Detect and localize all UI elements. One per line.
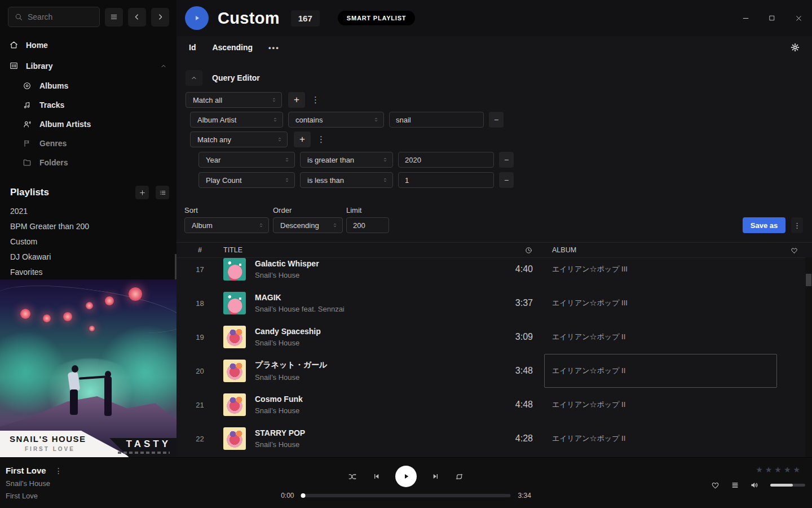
- window-maximize-button[interactable]: [767, 14, 776, 23]
- order-select[interactable]: Descending: [273, 217, 343, 233]
- limit-input[interactable]: [346, 217, 389, 233]
- table-row[interactable]: 22 STARRY POPSnail’s House 4:28 エイリアン☆ポッ…: [176, 422, 812, 456]
- column-header-index[interactable]: #: [176, 246, 223, 254]
- track-album[interactable]: エイリアン☆ポップ III: [552, 298, 776, 308]
- playlist-item[interactable]: BPM Greater than 200: [0, 219, 176, 234]
- playlist-item[interactable]: DJ Okawari: [0, 249, 176, 265]
- select-value: Match all: [193, 96, 222, 104]
- music-note-icon: [23, 100, 32, 110]
- query-editor-collapse-button[interactable]: [186, 70, 202, 86]
- save-options-icon[interactable]: ⋮: [791, 217, 803, 233]
- sidebar-item-tracks[interactable]: Tracks: [0, 95, 176, 115]
- scrollbar-thumb[interactable]: [806, 274, 811, 286]
- add-rule-button[interactable]: +: [288, 92, 305, 108]
- now-playing-album-art[interactable]: SNAIL'S HOUSE FIRST LOVE TASTY: [0, 279, 176, 457]
- playlist-item[interactable]: Custom: [0, 234, 176, 249]
- sidebar-item-label: Album Artists: [39, 120, 91, 129]
- table-row[interactable]: 17 Galactic WhisperSnail’s House 4:40 エイ…: [176, 258, 812, 286]
- rule-field-select[interactable]: Album Artist: [190, 112, 283, 128]
- collapse-chevron-icon[interactable]: [160, 62, 167, 70]
- playlist-item[interactable]: 2021: [0, 204, 176, 219]
- favorite-heart-icon[interactable]: [710, 480, 720, 490]
- track-album[interactable]: エイリアン☆ポップ III: [552, 264, 776, 274]
- nav-back-button[interactable]: [128, 8, 146, 27]
- track-artist[interactable]: Snail’s House: [255, 406, 492, 415]
- window-minimize-button[interactable]: [741, 14, 750, 23]
- track-album[interactable]: エイリアン☆ポップ II: [552, 332, 776, 342]
- track-artist[interactable]: Snail’s House: [255, 373, 492, 382]
- rule-group-menu-icon[interactable]: ⋮: [311, 95, 318, 105]
- remove-rule-button[interactable]: −: [499, 152, 514, 168]
- nav-forward-button[interactable]: [151, 8, 169, 27]
- track-album[interactable]: エイリアン☆ポップ II: [552, 366, 776, 376]
- app-window: Home Library Albums: [0, 0, 812, 508]
- sidebar-item-library[interactable]: Library: [0, 55, 176, 76]
- more-options-icon[interactable]: •••: [268, 43, 280, 52]
- now-playing-album[interactable]: First Love: [6, 492, 63, 500]
- seek-slider[interactable]: [302, 494, 511, 497]
- save-as-button[interactable]: Save as: [743, 217, 785, 233]
- scrollbar-track[interactable]: [805, 257, 812, 457]
- rule-field-select[interactable]: Year: [198, 152, 295, 168]
- search-box[interactable]: [8, 7, 100, 27]
- sort-select[interactable]: Album: [184, 217, 269, 233]
- add-group-rule-button[interactable]: +: [294, 132, 311, 147]
- queue-icon[interactable]: [731, 481, 739, 489]
- column-header-favorite[interactable]: [776, 246, 812, 255]
- track-artist[interactable]: Snail’s House: [255, 440, 492, 449]
- sidebar-item-albums[interactable]: Albums: [0, 76, 176, 95]
- rule-operator-select[interactable]: is greater than: [300, 152, 393, 168]
- rating-stars[interactable]: ★★★★★: [756, 465, 802, 474]
- gear-icon[interactable]: [790, 42, 800, 52]
- track-artist[interactable]: Snail’s House: [255, 339, 492, 347]
- sidebar-item-album-artists[interactable]: Album Artists: [0, 115, 176, 134]
- menu-button[interactable]: [105, 8, 123, 27]
- track-album[interactable]: エイリアン☆ポップ II: [552, 433, 776, 444]
- sort-field-button[interactable]: Id: [189, 43, 196, 52]
- column-header-title[interactable]: TITLE: [223, 246, 492, 254]
- sidebar-item-home[interactable]: Home: [0, 34, 176, 55]
- rule-value-input[interactable]: [389, 112, 484, 128]
- table-row[interactable]: 19 Candy SpaceshipSnail’s House 3:09 エイリ…: [176, 320, 812, 354]
- repeat-button[interactable]: [454, 471, 465, 482]
- column-header-duration[interactable]: [492, 246, 533, 255]
- remove-rule-button[interactable]: −: [499, 172, 514, 188]
- remove-rule-button[interactable]: −: [489, 112, 504, 128]
- play-pause-button[interactable]: [395, 466, 417, 487]
- seek-handle[interactable]: [301, 493, 306, 498]
- track-artist[interactable]: Snail’s House feat. Sennzai: [255, 305, 492, 313]
- table-row[interactable]: 18 MAGIKSnail’s House feat. Sennzai 3:37…: [176, 286, 812, 320]
- track-artist[interactable]: Snail’s House: [255, 271, 492, 279]
- sidebar-item-folders[interactable]: Folders: [0, 153, 176, 172]
- volume-icon[interactable]: [750, 480, 760, 490]
- sidebar-item-genres[interactable]: Genres: [0, 134, 176, 153]
- rule-value-input[interactable]: [398, 152, 494, 168]
- group-match-type-select[interactable]: Match any: [190, 132, 288, 147]
- shuffle-button[interactable]: [347, 471, 358, 482]
- table-row[interactable]: 20 プラネット・ガールSnail’s House 3:48 エイリアン☆ポップ…: [176, 354, 812, 388]
- rule-operator-select[interactable]: is less than: [300, 172, 393, 188]
- rule-operator-select[interactable]: contains: [288, 112, 384, 128]
- rule-value-input[interactable]: [398, 172, 494, 188]
- query-editor-title: Query Editor: [212, 73, 260, 82]
- track-album[interactable]: エイリアン☆ポップ II: [552, 400, 776, 410]
- column-header-album[interactable]: ALBUM: [552, 246, 776, 254]
- add-playlist-button[interactable]: [135, 186, 149, 199]
- playlist-item[interactable]: Favorites: [0, 265, 176, 280]
- previous-track-button[interactable]: [372, 472, 381, 481]
- next-track-button[interactable]: [431, 472, 440, 481]
- group-menu-icon[interactable]: ⋮: [317, 134, 324, 144]
- table-row[interactable]: 21 Cosmo FunkSnail’s House 4:48 エイリアン☆ポッ…: [176, 388, 812, 422]
- volume-slider[interactable]: [770, 484, 805, 487]
- select-chevrons-icon: [276, 135, 283, 143]
- sort-direction-button[interactable]: Ascending: [212, 43, 253, 52]
- now-playing-menu-icon[interactable]: ⋮: [55, 466, 63, 475]
- rule-field-select[interactable]: Play Count: [198, 172, 295, 188]
- playlist-list-button[interactable]: [156, 186, 169, 199]
- match-type-select[interactable]: Match all: [186, 92, 282, 108]
- play-playlist-button[interactable]: [185, 6, 209, 30]
- now-playing-title[interactable]: First Love: [6, 466, 46, 475]
- now-playing-artist[interactable]: Snail's House: [6, 479, 63, 488]
- window-close-button[interactable]: [794, 14, 803, 23]
- sidebar-scrollbar[interactable]: [175, 254, 176, 279]
